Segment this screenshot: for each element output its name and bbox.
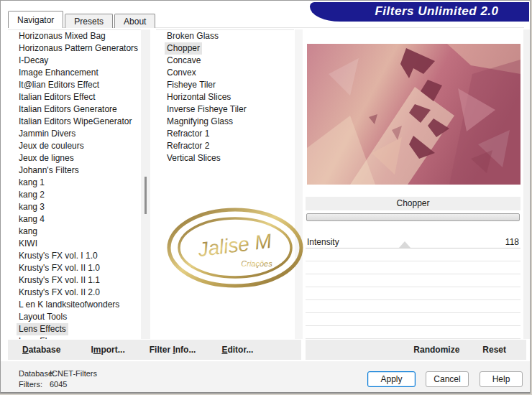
category-item[interactable]: Lens Flares [8,335,141,339]
category-item[interactable]: Italian Editors WipeGenerator [8,116,141,128]
filter-item[interactable]: Refractor 1 [156,128,294,140]
filters-label: Filters: [19,380,50,389]
status-bar: Database: ICNET-Filters Filters: 6045 Ap… [1,361,531,394]
parameter-slot-empty [306,274,520,287]
category-item[interactable]: Johann's Filters [8,164,141,177]
filter-info-button[interactable]: Filter Info... [150,345,196,355]
tab-navigator[interactable]: Navigator [8,11,63,28]
watermark-signature: Jalise M [196,230,273,261]
category-item[interactable]: Layout Tools [8,311,141,323]
category-scrollbar-thumb[interactable] [145,177,147,214]
category-item[interactable]: kang 4 [8,213,141,226]
filter-item[interactable]: Inverse Fisheye Tiler [156,103,294,116]
filter-item[interactable]: Fisheye Tiler [156,79,294,91]
parameter-slot-empty [306,261,520,274]
filters-count: 6045 [50,380,97,389]
toolbar-left: Database Import... Filter Info... Editor… [8,340,301,360]
category-item[interactable]: I-Decay [8,55,141,67]
filter-list: Broken Glass Chopper Concave Convex Fish… [156,29,294,339]
category-item[interactable]: Jeux de couleurs [8,140,141,152]
category-item-selected[interactable]: Lens Effects [8,323,141,335]
tab-bar: Navigator Presets About [8,11,157,28]
category-item[interactable]: L en K landksiteofwonders [8,299,141,311]
category-item[interactable]: Horizonaus Mixed Bag [8,30,141,42]
category-item[interactable]: Jeux de lignes [8,152,141,164]
category-item[interactable]: kang 1 [8,177,141,189]
app-title: Filters Unlimited 2.0 [375,4,498,18]
help-button[interactable]: Help [480,371,523,387]
parameter-slot-empty [306,300,520,313]
filter-item[interactable]: Vertical Slices [156,152,294,164]
preview-progress-bar [306,213,520,221]
filter-item[interactable]: Refractor 2 [156,140,294,152]
parameter-value: 118 [505,236,519,248]
app-title-banner: Filters Unlimited 2.0 [310,2,529,22]
toolbar-right: Randomize Reset [306,340,526,360]
tab-about[interactable]: About [114,14,155,28]
reset-button[interactable]: Reset [482,345,506,355]
parameter-slot-empty [306,326,520,339]
filter-item[interactable]: Broken Glass [156,30,294,42]
category-item[interactable]: Image Enhancement [8,67,141,79]
tab-presets[interactable]: Presets [65,14,113,28]
filter-preview-image [307,44,520,185]
parameter-slider-intensity[interactable]: Intensity 118 [306,236,520,248]
filter-item[interactable]: Convex [156,67,294,79]
category-item[interactable]: Krusty's FX vol. II 1.1 [8,274,141,287]
parameter-name: Intensity [307,236,339,248]
watermark-logo: Jalise M Criações [165,206,306,291]
preview-panel-scrollbar[interactable] [523,29,530,339]
category-item[interactable]: Krusty's FX vol. II 2.0 [8,287,141,299]
category-item[interactable]: Horizonaus Pattern Generators [8,42,141,55]
database-button[interactable]: Database [22,345,60,355]
database-label: Database: [19,369,50,378]
category-list: Horizonaus Mixed Bag Horizonaus Pattern … [8,29,141,339]
category-item[interactable]: Krusty's FX vol. II 1.0 [8,262,141,274]
parameter-slot-empty [306,287,520,300]
filter-item-selected[interactable]: Chopper [156,42,294,55]
category-item[interactable]: kang 3 [8,201,141,213]
parameter-slot-empty [306,313,520,326]
filter-item[interactable]: Magnifying Glass [156,116,294,128]
filter-scrollbar[interactable] [295,29,303,339]
category-item[interactable]: kang 2 [8,189,141,201]
category-item[interactable]: Krusty's FX vol. I 1.0 [8,250,141,262]
category-scrollbar[interactable] [141,29,150,339]
slider-thumb-icon[interactable] [399,241,411,248]
filter-item[interactable]: Concave [156,55,294,67]
apply-button[interactable]: Apply [367,371,416,387]
filter-item[interactable]: Horizontal Slices [156,91,294,103]
editor-button[interactable]: Editor... [221,345,253,355]
randomize-button[interactable]: Randomize [413,345,459,355]
import-button[interactable]: Import... [91,345,124,355]
category-item[interactable]: Jammin Divers [8,128,141,140]
parameter-slot-empty [306,248,520,261]
category-item[interactable]: KIWI [8,238,141,250]
category-item[interactable]: Italian Editors Effect [8,91,141,103]
selected-filter-name: Chopper [306,197,520,210]
database-value: ICNET-Filters [50,369,97,378]
category-item[interactable]: Italian Editors Generatore [8,103,141,116]
database-status: Database: ICNET-Filters Filters: 6045 [19,369,97,389]
category-item[interactable]: It@lian Editors Effect [8,79,141,91]
cancel-button[interactable]: Cancel [426,371,469,387]
category-item[interactable]: kang [8,226,141,238]
filters-unlimited-window: Filters Unlimited 2.0 Navigator Presets … [0,0,531,394]
watermark-subtext: Criações [241,259,272,268]
